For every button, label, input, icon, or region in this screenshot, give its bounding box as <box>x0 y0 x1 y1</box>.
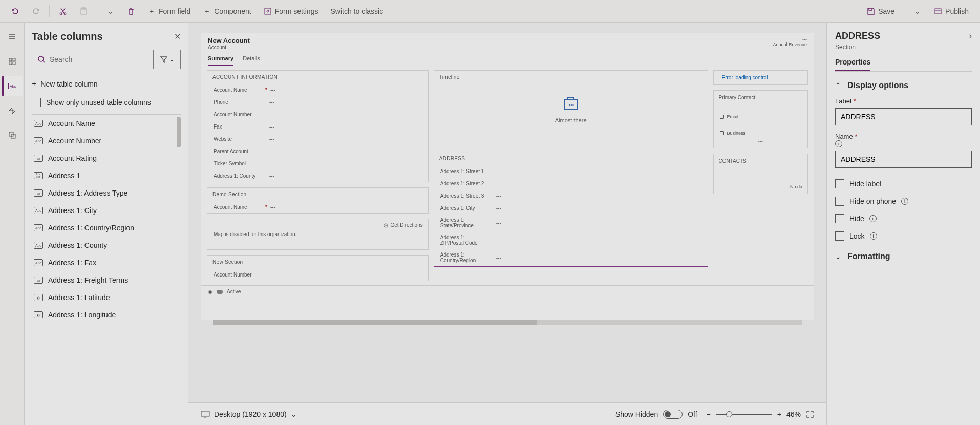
column-item[interactable]: AbcAddress 1: County <box>32 237 181 254</box>
show-unused-checkbox[interactable] <box>32 98 41 107</box>
option-icon: ▭ <box>34 277 43 284</box>
rail-columns[interactable]: Abc <box>2 76 23 96</box>
column-item[interactable]: AbcAddress 1: Fax <box>32 254 181 271</box>
info-icon: i <box>869 215 877 222</box>
publish-label: Publish <box>945 7 969 15</box>
save-dropdown[interactable]: ⌄ <box>908 4 927 18</box>
section-account-info[interactable]: ACCOUNT INFORMATION Account Name*--- Pho… <box>207 70 429 182</box>
tab-summary[interactable]: Summary <box>208 55 233 66</box>
undo-button[interactable] <box>6 4 25 18</box>
column-item[interactable]: AbcAccount Name <box>32 115 181 132</box>
column-label: Account Number <box>48 137 101 145</box>
info-icon: i <box>835 140 842 147</box>
zoom-slider[interactable] <box>716 414 772 415</box>
column-item[interactable]: ◐Address 1: Longitude <box>32 306 181 324</box>
filter-button[interactable]: ⌄ <box>153 50 181 69</box>
form-status-bar: ◉ Active <box>201 285 814 298</box>
redo-button[interactable] <box>27 4 45 18</box>
form-entity: Account <box>208 45 250 50</box>
accordion-display-options[interactable]: ⌃ Display options <box>835 81 972 90</box>
toggle-state: Off <box>688 410 697 418</box>
rail-library[interactable] <box>2 125 23 145</box>
search-icon <box>37 55 46 63</box>
save-button[interactable]: Save <box>862 4 900 18</box>
lock-icon <box>720 115 724 119</box>
show-unused-label: Show only unused table columns <box>46 98 151 107</box>
status-dot <box>217 290 223 294</box>
paste-icon <box>79 7 88 15</box>
lock-icon <box>720 131 724 135</box>
column-item[interactable]: AbcdefAddress 1 <box>32 167 181 184</box>
get-directions-link[interactable]: ◎Get Directions <box>384 222 422 228</box>
rail-components[interactable] <box>2 51 23 72</box>
label-input[interactable] <box>835 108 972 125</box>
form-settings-button[interactable]: Form settings <box>259 4 324 18</box>
scrollbar[interactable] <box>177 117 181 147</box>
section-new[interactable]: New Section Account Number--- <box>207 255 429 281</box>
primary-contact-label: Primary Contact <box>719 95 802 100</box>
text-icon: Abc <box>34 120 43 127</box>
publish-icon <box>934 7 942 15</box>
column-item[interactable]: ◐Address 1: Latitude <box>32 289 181 306</box>
canvas-footer: Desktop (1920 x 1080) ⌄ Show Hidden Off … <box>188 402 826 425</box>
section-timeline[interactable]: Timeline ••• Almost there <box>434 70 708 146</box>
field-label: Address 1: Street 1 <box>440 168 489 174</box>
component-button[interactable]: +Component <box>198 4 256 18</box>
hide-phone-checkbox[interactable] <box>835 197 844 206</box>
field-label: Address 1: ZIP/Postal Code <box>440 235 489 246</box>
toolbar: ⌄ +Form field +Component Form settings S… <box>0 0 980 23</box>
search-input[interactable] <box>50 55 144 63</box>
section-demo[interactable]: Demo Section Account Name*--- <box>207 187 429 214</box>
column-item[interactable]: ▭Address 1: Freight Terms <box>32 271 181 289</box>
option-icon: ▭ <box>34 189 43 197</box>
fit-button[interactable] <box>806 410 814 418</box>
info-icon: i <box>901 198 908 205</box>
show-hidden-toggle[interactable] <box>663 410 683 419</box>
column-item[interactable]: AbcAccount Number <box>32 132 181 150</box>
cut-button[interactable] <box>54 4 72 18</box>
error-card: Error loading control <box>713 70 808 85</box>
accordion-formatting[interactable]: ⌄ Formatting <box>835 252 972 261</box>
error-link[interactable]: Error loading control <box>719 72 771 83</box>
close-panel-button[interactable]: ✕ <box>174 32 181 41</box>
field-label: Account Name <box>214 87 262 93</box>
section-header: ADDRESS <box>434 152 708 165</box>
folder-icon: ••• <box>564 99 578 110</box>
lock-checkbox[interactable] <box>835 231 844 241</box>
svg-rect-4 <box>265 8 271 14</box>
switch-classic-button[interactable]: Switch to classic <box>325 4 388 18</box>
viewport-dropdown[interactable]: ⌄ <box>291 410 297 418</box>
column-label: Address 1: Freight Terms <box>48 276 128 284</box>
column-item[interactable]: AbcAddress 1: City <box>32 202 181 219</box>
hide-checkbox[interactable] <box>835 214 844 223</box>
label-label: Label * <box>835 97 972 105</box>
rail-hamburger[interactable] <box>2 27 23 47</box>
props-tab-properties[interactable]: Properties <box>835 58 870 71</box>
column-item[interactable]: ▭Address 1: Address Type <box>32 184 181 202</box>
horizontal-scrollbar[interactable] <box>213 320 802 325</box>
chevron-right-icon[interactable]: › <box>969 31 972 41</box>
new-column-button[interactable]: + New table column <box>32 75 181 93</box>
plus-icon: + <box>32 79 36 89</box>
rail-tree[interactable] <box>2 100 23 121</box>
hide-label-checkbox[interactable] <box>835 179 844 188</box>
text-icon: Abc <box>34 137 43 144</box>
form-field-button[interactable]: +Form field <box>142 4 196 18</box>
column-item[interactable]: ▭Account Rating <box>32 150 181 167</box>
publish-button[interactable]: Publish <box>929 4 974 18</box>
zoom-in-button[interactable]: + <box>777 410 781 418</box>
tab-details[interactable]: Details <box>243 55 260 66</box>
delete-button[interactable] <box>122 4 140 18</box>
paste-button[interactable] <box>74 4 93 18</box>
column-label: Address 1: Fax <box>48 259 96 267</box>
paste-dropdown[interactable]: ⌄ <box>101 4 120 18</box>
field-label: Address 1: State/Province <box>440 217 489 228</box>
section-address[interactable]: ADDRESS Address 1: Street 1--- Address 1… <box>434 152 708 267</box>
number-icon: ◐ <box>34 311 43 318</box>
filter-icon <box>160 56 167 63</box>
zoom-out-button[interactable]: − <box>707 410 711 418</box>
section-map[interactable]: ◎Get Directions Map is disabled for this… <box>207 219 429 250</box>
name-input[interactable] <box>835 151 972 168</box>
search-box[interactable] <box>32 50 150 69</box>
column-item[interactable]: AbcAddress 1: Country/Region <box>32 219 181 237</box>
